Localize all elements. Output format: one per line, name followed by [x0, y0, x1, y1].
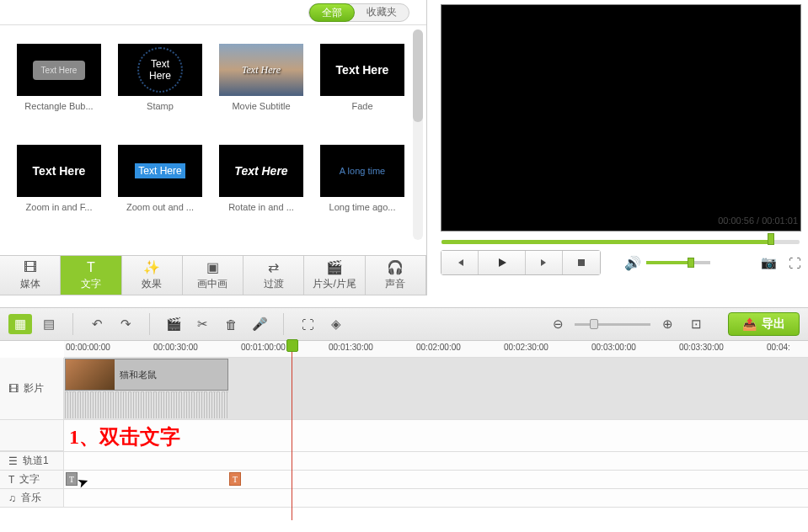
- export-button[interactable]: 📤 导出: [728, 312, 800, 336]
- undo-button[interactable]: ↶: [85, 314, 109, 334]
- next-frame-icon: [539, 258, 549, 268]
- tab-pip[interactable]: ▣画中画: [183, 256, 243, 295]
- track-header-text[interactable]: T文字: [0, 471, 64, 488]
- voiceover-button[interactable]: 🎤: [248, 314, 271, 334]
- preview-video[interactable]: [441, 4, 801, 231]
- track-video: 🎞影片 猫和老鼠: [0, 358, 808, 420]
- tab-effects[interactable]: ✨效果: [122, 256, 183, 295]
- volume-handle[interactable]: [688, 258, 694, 268]
- ruler-mark: 00:02:00:00: [416, 343, 461, 352]
- zoom-handle[interactable]: [590, 319, 598, 329]
- tab-audio[interactable]: 🎧声音: [366, 256, 426, 295]
- text-clip-2[interactable]: T: [229, 472, 241, 486]
- library-item-zoom-in[interactable]: Text Here Zoom in and F...: [17, 145, 101, 212]
- category-tabs: 🎞媒体 T文字 ✨效果 ▣画中画 ⇄过渡 🎬片头/片尾 🎧声音: [0, 255, 427, 295]
- edit-button[interactable]: 🎬: [162, 314, 185, 334]
- view-mode-1-button[interactable]: ▦: [8, 314, 32, 334]
- library-item-stamp[interactable]: TextHere Stamp: [118, 44, 202, 111]
- ruler-mark: 00:02:30:00: [504, 343, 548, 352]
- volume-icon[interactable]: 🔊: [624, 255, 641, 271]
- snapshot-button[interactable]: 📷: [761, 255, 777, 270]
- thumb-movie-subtitle: Text Here: [219, 44, 303, 96]
- track-header-track1[interactable]: ☰轨道1: [0, 452, 64, 470]
- zoom-fit-button[interactable]: ⊡: [684, 314, 708, 334]
- ruler-mark: 00:04:: [767, 343, 790, 352]
- fullscreen-button[interactable]: ⛶: [789, 256, 801, 270]
- library-item-rotate[interactable]: Text Here Rotate in and ...: [219, 145, 303, 212]
- tab-favorites[interactable]: 收藏夹: [355, 3, 409, 22]
- track-music: ♫音乐: [0, 489, 808, 508]
- volume-slider[interactable]: [646, 261, 710, 264]
- film-icon: 🎞: [8, 383, 19, 395]
- library-scrollbar[interactable]: [413, 29, 423, 240]
- thumb-fade: Text Here: [320, 44, 404, 96]
- time-display: 00:00:56 / 00:01:01: [718, 215, 798, 226]
- thumb-rotate: Text Here: [219, 145, 303, 197]
- preview-panel: 00:00:56 / 00:01:01 🔊: [427, 0, 808, 295]
- ruler-mark: 00:03:30:00: [679, 343, 724, 352]
- zoom-slider[interactable]: [575, 323, 650, 326]
- track-track1: ☰轨道1: [0, 452, 808, 471]
- clip-name: 猫和老鼠: [120, 369, 157, 381]
- zoom-in-button[interactable]: ⊕: [655, 314, 679, 334]
- playback-controls: [441, 250, 601, 275]
- cut-button[interactable]: ✂: [190, 314, 214, 334]
- tab-media[interactable]: 🎞媒体: [0, 256, 61, 295]
- marker-button[interactable]: ◈: [324, 314, 348, 334]
- stop-icon: [577, 258, 586, 267]
- play-button[interactable]: [479, 251, 526, 274]
- track-content-track1[interactable]: [64, 452, 808, 470]
- play-icon: [496, 257, 508, 269]
- playhead[interactable]: [286, 339, 298, 352]
- progress-handle[interactable]: [768, 233, 774, 245]
- library-item-movie-subtitle[interactable]: Text Here Movie Subtitle: [219, 44, 303, 111]
- thumb-long-time: A long time: [320, 145, 404, 197]
- scrollbar-thumb[interactable]: [413, 29, 423, 122]
- music-icon: ♫: [8, 492, 16, 504]
- zoom-out-button[interactable]: ⊖: [546, 314, 570, 334]
- item-label: Zoom in and F...: [17, 202, 101, 212]
- redo-button[interactable]: ↷: [114, 314, 137, 334]
- library-item-rectangle-bubble[interactable]: Rectangle Bub...: [17, 44, 101, 111]
- text-icon: T: [87, 260, 95, 275]
- timeline-ruler[interactable]: 00:00:00:00 00:00:30:00 00:01:00:00 00:0…: [64, 341, 808, 358]
- library-item-long-time[interactable]: A long time Long time ago...: [320, 145, 404, 212]
- library-item-zoom-out[interactable]: Text Here Zoom out and ...: [118, 145, 202, 212]
- track-content-music[interactable]: [64, 489, 808, 507]
- annotation-text: 1、双击文字: [69, 423, 180, 450]
- tab-all[interactable]: 全部: [309, 3, 355, 22]
- effects-icon: ✨: [143, 259, 160, 275]
- track-header-video[interactable]: 🎞影片: [0, 358, 64, 419]
- track-text: T文字 T T ➤: [0, 471, 808, 489]
- prev-frame-button[interactable]: [441, 251, 479, 274]
- clip-thumbnail: [66, 359, 115, 390]
- prev-frame-icon: [455, 258, 465, 268]
- track-content-video[interactable]: 猫和老鼠: [64, 358, 808, 419]
- thumb-rectangle-bubble: [17, 44, 101, 96]
- item-label: Long time ago...: [320, 202, 404, 212]
- item-label: Stamp: [118, 101, 202, 111]
- tab-transition[interactable]: ⇄过渡: [243, 256, 304, 295]
- timeline: 00:00:00:00 00:00:30:00 00:01:00:00 00:0…: [0, 341, 808, 508]
- thumb-stamp: TextHere: [118, 44, 202, 96]
- preview-progress[interactable]: [441, 236, 800, 247]
- next-frame-button[interactable]: [526, 251, 563, 274]
- item-label: Fade: [320, 101, 404, 111]
- track-content-text[interactable]: T T ➤: [64, 471, 808, 488]
- video-clip[interactable]: 猫和老鼠: [65, 359, 228, 391]
- library-item-fade[interactable]: Text Here Fade: [320, 44, 404, 111]
- crop-button[interactable]: ⛶: [296, 314, 319, 334]
- ruler-mark: 00:00:30:00: [153, 343, 198, 352]
- view-mode-2-button[interactable]: ▤: [37, 314, 61, 334]
- delete-button[interactable]: 🗑: [219, 314, 243, 334]
- ruler-mark: 00:03:00:00: [591, 343, 636, 352]
- ruler-mark: 00:01:30:00: [329, 343, 373, 352]
- tab-intro[interactable]: 🎬片头/片尾: [304, 256, 365, 295]
- zoom-control: ⊖ ⊕ ⊡: [546, 314, 708, 334]
- thumb-zoom-in: Text Here: [17, 145, 101, 197]
- stop-button[interactable]: [563, 251, 600, 274]
- list-icon: ☰: [8, 455, 18, 467]
- tab-text[interactable]: T文字: [61, 256, 121, 295]
- playhead-line: [292, 352, 292, 520]
- track-header-music[interactable]: ♫音乐: [0, 489, 64, 507]
